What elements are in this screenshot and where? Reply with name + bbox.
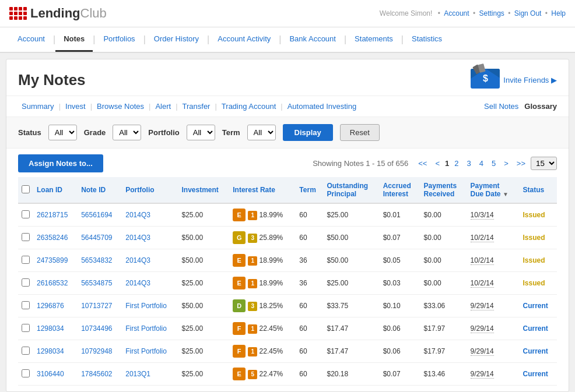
cell-due-date: 9/29/14 bbox=[467, 340, 520, 363]
glossary-link[interactable]: Glossary bbox=[524, 102, 557, 111]
cell-note-id[interactable]: 17845602 bbox=[78, 363, 122, 386]
account-link[interactable]: Account bbox=[444, 9, 469, 17]
portfolio-select[interactable]: All bbox=[187, 125, 215, 140]
nav-portfolios[interactable]: Portfolios bbox=[95, 27, 143, 52]
nav-statements[interactable]: Statements bbox=[346, 27, 401, 52]
row-checkbox[interactable] bbox=[22, 301, 30, 309]
nav-account[interactable]: Account bbox=[9, 27, 53, 52]
subnav-browse-notes[interactable]: Browse Notes bbox=[93, 101, 148, 112]
display-button[interactable]: Display bbox=[283, 124, 333, 141]
row-checkbox[interactable] bbox=[22, 233, 30, 241]
col-payments-received: PaymentsReceived bbox=[420, 177, 467, 203]
page-header: My Notes $ Invite Friends bbox=[6, 59, 569, 96]
page-prev[interactable]: < bbox=[432, 158, 443, 169]
sub-badge: 3 bbox=[248, 234, 257, 243]
sub-nav-links: Summary | Invest | Browse Notes | Alert … bbox=[18, 101, 360, 112]
row-checkbox[interactable] bbox=[22, 324, 30, 332]
nav-statistics[interactable]: Statistics bbox=[404, 27, 450, 52]
assign-notes-button[interactable]: Assign Notes to... bbox=[18, 154, 103, 172]
cell-note-id[interactable]: 10734496 bbox=[78, 317, 122, 340]
logo-text: LendingClub bbox=[30, 6, 107, 21]
cell-investment: $25.00 bbox=[178, 340, 230, 363]
sell-notes-link[interactable]: Sell Notes bbox=[484, 102, 518, 111]
subnav-transfer[interactable]: Transfer bbox=[179, 101, 214, 112]
grade-select[interactable]: All bbox=[113, 125, 141, 140]
settings-link[interactable]: Settings bbox=[479, 9, 504, 17]
row-checkbox-cell bbox=[18, 340, 33, 363]
cell-investment: $50.00 bbox=[178, 295, 230, 317]
pagination: Showing Notes 1 - 15 of 656 << < 1 2 3 4… bbox=[313, 157, 557, 170]
subnav-summary[interactable]: Summary bbox=[18, 101, 58, 112]
row-checkbox[interactable] bbox=[22, 347, 30, 355]
cell-note-id[interactable]: 56445709 bbox=[78, 227, 122, 249]
cell-portfolio[interactable]: First Portfolio bbox=[122, 295, 178, 317]
cell-portfolio[interactable]: 2013Q1 bbox=[122, 363, 178, 386]
cell-portfolio[interactable]: 2014Q3 bbox=[122, 249, 178, 272]
per-page-select[interactable]: 15 25 50 bbox=[531, 157, 557, 170]
page-4[interactable]: 4 bbox=[476, 158, 486, 169]
cell-portfolio[interactable]: 2014Q3 bbox=[122, 272, 178, 295]
cell-investment: $25.00 bbox=[178, 272, 230, 295]
cell-interest-rate: E1 18.99% bbox=[229, 249, 296, 272]
page-first[interactable]: << bbox=[415, 158, 430, 169]
cell-loan-id[interactable]: 1296876 bbox=[33, 295, 78, 317]
cell-loan-id[interactable]: 24735899 bbox=[33, 249, 78, 272]
page-current: 1 bbox=[445, 159, 449, 168]
sub-nav: Summary | Invest | Browse Notes | Alert … bbox=[6, 96, 569, 116]
subnav-automated-investing[interactable]: Automated Investing bbox=[284, 101, 360, 112]
signout-link[interactable]: Sign Out bbox=[514, 9, 542, 17]
cell-interest-rate: F1 22.45% bbox=[229, 317, 296, 340]
cell-status: Current bbox=[519, 363, 557, 386]
cell-due-date: 10/2/14 bbox=[467, 227, 520, 249]
cell-portfolio[interactable]: 2014Q3 bbox=[122, 203, 178, 227]
cell-portfolio[interactable]: First Portfolio bbox=[122, 340, 178, 363]
cell-note-id[interactable]: 10713727 bbox=[78, 295, 122, 317]
cell-term: 60 bbox=[296, 203, 323, 227]
cell-loan-id[interactable]: 1298034 bbox=[33, 317, 78, 340]
nav-bank-account[interactable]: Bank Account bbox=[281, 27, 344, 52]
nav-notes[interactable]: Notes bbox=[55, 27, 93, 52]
cell-portfolio[interactable]: 2014Q3 bbox=[122, 227, 178, 249]
row-checkbox[interactable] bbox=[22, 369, 30, 377]
logo-grid-icon bbox=[9, 7, 27, 20]
page-next[interactable]: > bbox=[501, 158, 511, 169]
sep: • bbox=[438, 9, 443, 17]
term-select[interactable]: All bbox=[247, 125, 276, 140]
nav-account-activity[interactable]: Account Activity bbox=[209, 27, 279, 52]
page-5[interactable]: 5 bbox=[489, 158, 499, 169]
cell-loan-id[interactable]: 1298034 bbox=[33, 340, 78, 363]
row-checkbox[interactable] bbox=[22, 210, 30, 218]
cell-note-id[interactable]: 56561694 bbox=[78, 203, 122, 227]
col-note-id: Note ID bbox=[78, 177, 122, 203]
cell-principal: $17.47 bbox=[323, 317, 379, 340]
page-3[interactable]: 3 bbox=[464, 158, 474, 169]
col-payment-due-date[interactable]: PaymentDue Date ▼ bbox=[467, 177, 520, 203]
showing-text: Showing Notes 1 - 15 of 656 bbox=[313, 159, 408, 168]
page-last[interactable]: >> bbox=[514, 158, 528, 169]
row-checkbox-cell bbox=[18, 295, 33, 317]
cell-portfolio[interactable]: First Portfolio bbox=[122, 317, 178, 340]
help-link[interactable]: Help bbox=[551, 9, 566, 17]
subnav-trading-account[interactable]: Trading Account bbox=[218, 101, 279, 112]
status-select[interactable]: All bbox=[48, 125, 77, 140]
invite-friends-link[interactable]: Invite Friends ▶ bbox=[503, 76, 557, 84]
cell-loan-id[interactable]: 26218715 bbox=[33, 203, 78, 227]
row-checkbox[interactable] bbox=[22, 278, 30, 287]
row-checkbox[interactable] bbox=[22, 256, 30, 264]
cell-loan-id[interactable]: 3106440 bbox=[33, 363, 78, 386]
col-accrued-interest: AccruedInterest bbox=[380, 177, 420, 203]
subnav-alert[interactable]: Alert bbox=[152, 101, 174, 112]
table-row: 1298034 10792948 First Portfolio $25.00 … bbox=[18, 340, 557, 363]
cell-accrued: $0.03 bbox=[380, 272, 420, 295]
cell-note-id[interactable]: 10792948 bbox=[78, 340, 122, 363]
cell-note-id[interactable]: 56534832 bbox=[78, 249, 122, 272]
nav-order-history[interactable]: Order History bbox=[146, 27, 207, 52]
cell-loan-id[interactable]: 26168532 bbox=[33, 272, 78, 295]
cell-loan-id[interactable]: 26358246 bbox=[33, 227, 78, 249]
cell-due-date: 10/2/14 bbox=[467, 272, 520, 295]
select-all-checkbox[interactable] bbox=[22, 185, 30, 193]
cell-note-id[interactable]: 56534875 bbox=[78, 272, 122, 295]
subnav-invest[interactable]: Invest bbox=[62, 101, 89, 112]
reset-button[interactable]: Reset bbox=[340, 124, 380, 141]
page-2[interactable]: 2 bbox=[451, 158, 461, 169]
